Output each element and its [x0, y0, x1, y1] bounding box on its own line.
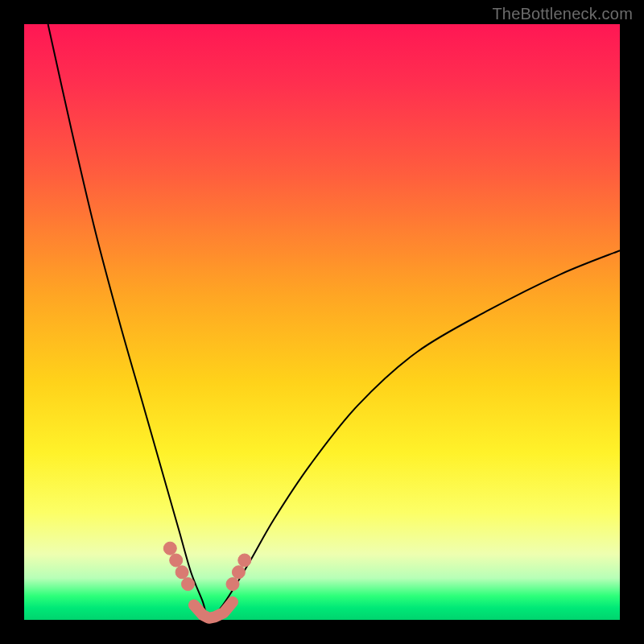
- bead-point: [175, 566, 188, 579]
- watermark-text: TheBottleneck.com: [492, 5, 633, 23]
- bead-point: [226, 578, 239, 591]
- bead-segment: [194, 602, 233, 618]
- bead-point: [238, 554, 251, 567]
- bead-point: [232, 566, 245, 579]
- bottleneck-curve: [48, 24, 620, 620]
- bead-point: [163, 542, 176, 555]
- curve-svg: [24, 24, 620, 620]
- bead-group: [163, 542, 250, 590]
- plot-area: [24, 24, 620, 620]
- bead-point: [170, 554, 183, 567]
- chart-frame: TheBottleneck.com: [0, 0, 644, 644]
- bead-point: [182, 578, 195, 591]
